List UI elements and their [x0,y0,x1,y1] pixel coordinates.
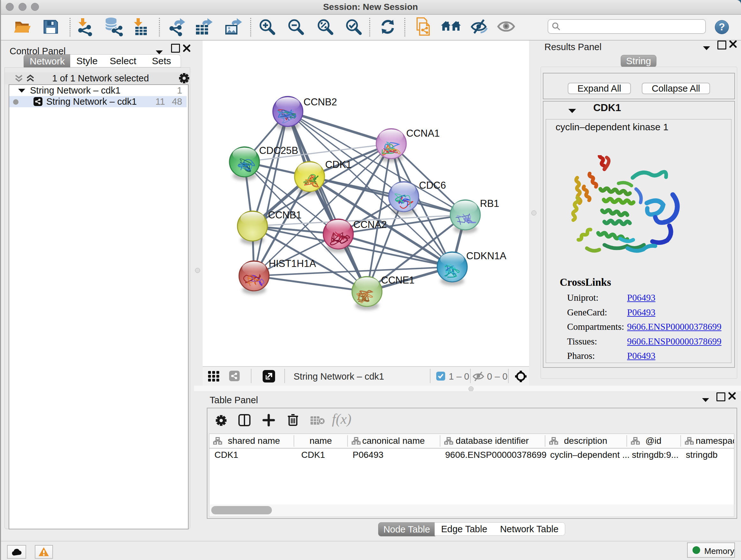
svg-text:CCNA2: CCNA2 [353,219,387,230]
svg-text:CCNA1: CCNA1 [406,128,440,139]
svg-text:CCNE1: CCNE1 [381,274,414,286]
svg-text:CCNB1: CCNB1 [268,209,301,221]
svg-text:CDK1: CDK1 [325,159,352,170]
svg-text:HIST1H1A: HIST1H1A [269,258,316,269]
svg-text:CDKN1A: CDKN1A [466,250,507,261]
svg-text:RB1: RB1 [480,198,499,209]
svg-text:CCNB2: CCNB2 [304,97,337,108]
svg-text:CDC25B: CDC25B [259,145,298,156]
svg-text:CDC6: CDC6 [419,180,446,191]
